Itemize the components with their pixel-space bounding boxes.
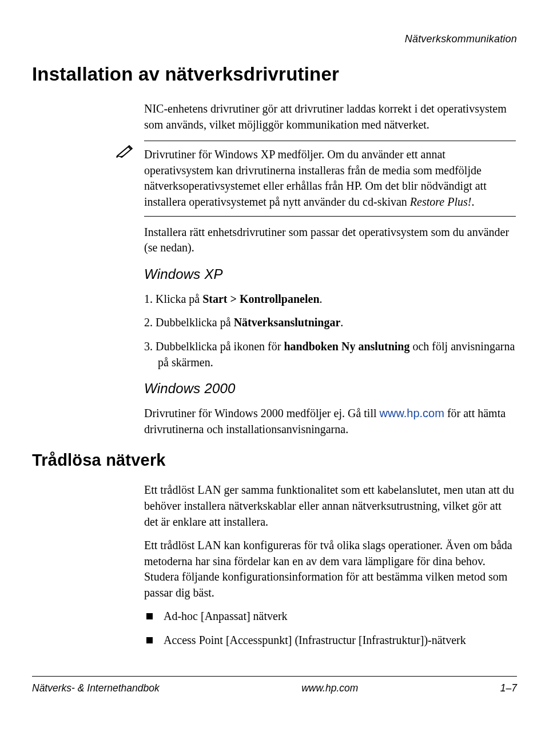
step-text: . (320, 293, 323, 305)
page-title: Installation av nätverksdrivrutiner (32, 63, 517, 85)
wireless-content: Ett trådlöst LAN ger samma funktionalite… (144, 482, 516, 648)
page-footer: Nätverks- & Internethandbok www.hp.com 1… (32, 676, 517, 694)
footer-left: Nätverks- & Internethandbok (32, 682, 160, 694)
step-text: 2. Dubbelklicka på (144, 316, 234, 329)
step-bold: handboken Ny anslutning (284, 340, 409, 353)
step-text: 1. Klicka på (144, 293, 202, 305)
step-text: . (340, 316, 343, 329)
list-item: Access Point [Accesspunkt] (Infrastructu… (144, 633, 516, 649)
hp-link[interactable]: www.hp.com (380, 407, 444, 419)
wlan-paragraph-1: Ett trådlöst LAN ger samma funktionalite… (144, 482, 516, 530)
step-text: 3. Dubbelklicka på ikonen för (144, 340, 284, 353)
heading-windows-xp: Windows XP (144, 266, 516, 282)
heading-windows-2000: Windows 2000 (144, 381, 516, 397)
heading-wireless: Trådlösa nätverk (32, 451, 517, 470)
list-item: 3. Dubbelklicka på ikonen för handboken … (144, 339, 516, 370)
xp-steps-list: 1. Klicka på Start > Kontrollpanelen. 2.… (144, 291, 516, 370)
post-note-paragraph: Installera rätt enhetsdrivrutiner som pa… (144, 225, 516, 256)
list-item: 1. Klicka på Start > Kontrollpanelen. (144, 291, 516, 307)
list-item: 2. Dubbelklicka på Nätverksanslutningar. (144, 315, 516, 331)
footer-rule (32, 676, 517, 677)
note-icon (116, 144, 134, 160)
step-bold: Nätverksanslutningar (234, 316, 341, 329)
wlan-bullets: Ad-hoc [Anpassat] nätverk Access Point [… (144, 609, 516, 648)
w2000-text: Drivrutiner för Windows 2000 medföljer e… (144, 407, 380, 419)
note-text-italic: Restore Plus! (410, 195, 472, 208)
footer-center: www.hp.com (301, 682, 358, 694)
main-content: NIC-enhetens drivrutiner gör att drivrut… (144, 101, 516, 437)
note-rule-bottom (144, 216, 516, 217)
footer-right: 1–7 (500, 682, 517, 694)
running-header: Nätverkskommunikation (32, 33, 517, 45)
note-text: Drivrutiner för Windows XP medföljer. Om… (144, 141, 516, 215)
list-item: Ad-hoc [Anpassat] nätverk (144, 609, 516, 625)
step-bold: Start > Kontrollpanelen (202, 293, 319, 305)
wlan-paragraph-2: Ett trådlöst LAN kan konfigureras för tv… (144, 538, 516, 601)
note-text-part2: . (471, 195, 474, 208)
note-block: Drivrutiner för Windows XP medföljer. Om… (144, 141, 516, 216)
w2000-paragraph: Drivrutiner för Windows 2000 medföljer e… (144, 406, 516, 437)
intro-paragraph: NIC-enhetens drivrutiner gör att drivrut… (144, 101, 516, 133)
